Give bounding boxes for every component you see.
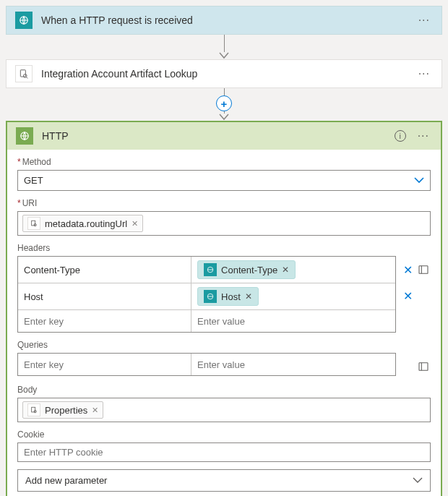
queries-table	[17, 353, 396, 376]
chevron-down-icon	[413, 477, 423, 484]
uri-token[interactable]: metadata.routingUrl ✕	[22, 215, 143, 232]
globe-icon	[15, 12, 33, 29]
search-doc-icon	[15, 65, 33, 82]
svg-rect-4	[32, 221, 35, 226]
body-token[interactable]: Properties ✕	[22, 401, 103, 419]
table-row: Content-Type Content-Type ✕	[18, 257, 395, 283]
remove-token-icon[interactable]: ✕	[92, 406, 98, 415]
delete-row-icon[interactable]: ✕	[402, 263, 413, 277]
add-parameter-label: Add new parameter	[25, 475, 107, 486]
lookup-title: Integration Account Artifact Lookup	[41, 68, 407, 80]
svg-rect-9	[419, 363, 428, 371]
queries-row-actions	[402, 353, 431, 377]
http-title: HTTP	[42, 130, 386, 142]
switch-mode-icon[interactable]	[418, 361, 429, 372]
query-key-input[interactable]	[18, 354, 191, 375]
method-select[interactable]: GET	[17, 170, 431, 191]
queries-label: Queries	[17, 340, 431, 350]
method-label: *Method	[17, 157, 431, 167]
headers-row-actions: ✕ ✕	[402, 256, 431, 307]
globe-token-icon	[204, 263, 217, 276]
http-body: *Method GET *URI metadata.routingUrl ✕ H…	[7, 150, 441, 496]
uri-label: *URI	[17, 198, 431, 208]
more-icon[interactable]: ···	[415, 67, 433, 80]
cookie-label: Cookie	[17, 429, 431, 440]
cookie-input[interactable]	[17, 442, 431, 462]
switch-mode-icon[interactable]	[418, 264, 429, 275]
header-value-token[interactable]: Content-Type ✕	[197, 260, 296, 279]
lookup-token-icon	[27, 403, 40, 416]
globe-icon	[16, 127, 33, 145]
more-icon[interactable]: ···	[415, 129, 432, 142]
body-label: Body	[17, 385, 431, 395]
body-field: Body Properties ✕	[17, 385, 431, 422]
method-field: *Method GET	[17, 157, 431, 191]
chevron-down-icon	[414, 177, 424, 184]
header-value-cell[interactable]: Host ✕	[191, 283, 395, 309]
table-row	[18, 354, 395, 375]
globe-token-icon	[204, 290, 217, 303]
headers-field: Headers Content-Type Content-Type ✕	[17, 243, 431, 333]
lookup-card[interactable]: Integration Account Artifact Lookup ···	[6, 59, 442, 88]
table-row	[18, 309, 395, 332]
svg-rect-10	[32, 407, 35, 412]
svg-point-2	[23, 74, 27, 78]
add-step-button[interactable]: +	[216, 95, 232, 111]
add-parameter-select[interactable]: Add new parameter	[17, 469, 431, 492]
body-token-label: Properties	[45, 405, 87, 416]
remove-token-icon[interactable]: ✕	[245, 291, 252, 302]
lookup-token-icon	[27, 217, 40, 230]
headers-table: Content-Type Content-Type ✕ Host	[17, 256, 396, 333]
uri-field: *URI metadata.routingUrl ✕	[17, 198, 431, 236]
body-input[interactable]: Properties ✕	[17, 398, 431, 422]
uri-token-label: metadata.routingUrl	[45, 218, 127, 229]
svg-rect-1	[20, 70, 25, 77]
cookie-field: Cookie	[17, 429, 431, 462]
trigger-title: When a HTTP request is received	[41, 14, 407, 26]
method-value: GET	[24, 175, 43, 186]
queries-field: Queries	[17, 340, 431, 377]
header-key-input[interactable]	[18, 310, 191, 332]
arrow-connector	[6, 35, 442, 59]
uri-input[interactable]: metadata.routingUrl ✕	[17, 211, 431, 236]
remove-token-icon[interactable]: ✕	[132, 219, 138, 228]
http-header-bar[interactable]: HTTP i ···	[7, 122, 441, 150]
query-value-input[interactable]	[191, 354, 395, 375]
delete-row-icon[interactable]: ✕	[402, 289, 413, 303]
http-action-card: HTTP i ··· *Method GET *URI metadata.rou…	[6, 121, 442, 496]
header-key-cell[interactable]: Content-Type	[18, 257, 191, 283]
table-row: Host Host ✕	[18, 283, 395, 309]
svg-rect-8	[419, 266, 428, 274]
header-key-cell[interactable]: Host	[18, 283, 191, 309]
header-value-token[interactable]: Host ✕	[197, 287, 259, 306]
more-icon[interactable]: ···	[415, 14, 433, 27]
header-value-cell[interactable]: Content-Type ✕	[191, 257, 395, 283]
header-value-input[interactable]	[191, 310, 395, 332]
remove-token-icon[interactable]: ✕	[282, 265, 289, 275]
info-icon[interactable]: i	[395, 130, 406, 142]
headers-label: Headers	[17, 243, 431, 253]
trigger-card[interactable]: When a HTTP request is received ···	[6, 6, 442, 35]
arrow-connector-add: +	[6, 88, 442, 121]
